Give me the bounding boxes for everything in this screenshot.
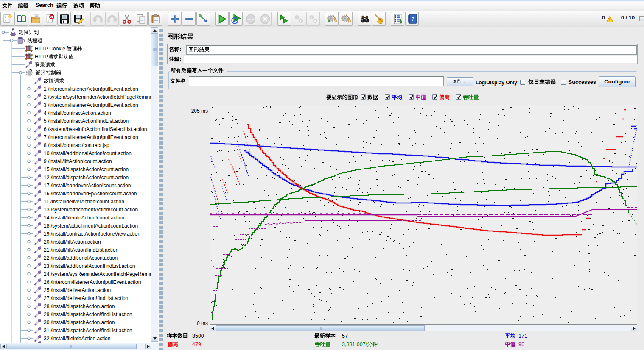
svg-text:15 /install/dispatchAction!cou: 15 /install/dispatchAction!count.action (44, 167, 129, 172)
svg-text:26 /intercom/listenerAction!pu: 26 /intercom/listenerAction!pullEvent.ac… (44, 279, 141, 285)
svg-text:7 /intercom/listenerAction!pul: 7 /intercom/listenerAction!pullEvent.act… (44, 134, 138, 140)
svg-text:18 /system/attachmentAction!co: 18 /system/attachmentAction!count.action (44, 223, 138, 229)
svg-text:STOP: STOP (247, 18, 254, 21)
svg-text:12 /install/dispatchAction!cou: 12 /install/dispatchAction!count.action (44, 175, 129, 181)
svg-text:28 /install/dispatchAction.act: 28 /install/dispatchAction.action (44, 303, 115, 309)
svg-text:HTTP: HTTP (35, 54, 48, 60)
svg-text:4 /install/contractAction.acti: 4 /install/contractAction.action (44, 110, 111, 116)
svg-text:27 /install/deliverAction!find: 27 /install/deliverAction!findList.actio… (44, 295, 128, 301)
svg-text:8 /install/contract/contract.j: 8 /install/contract/contract.jsp (44, 142, 109, 148)
svg-text:31 /install/dispatchAction!fin: 31 /install/dispatchAction!findList.acti… (44, 328, 132, 333)
svg-text:6 /system/baseinfoAction!findS: 6 /system/baseinfoAction!findSelectList.… (44, 126, 147, 132)
svg-text:5 /install/contractAction!find: 5 /install/contractAction!findList.actio… (44, 118, 129, 124)
svg-text:2 /system/sysReminderAction!fe: 2 /system/sysReminderAction!fetchPageRem… (44, 94, 151, 100)
svg-text:1 /intercom/listenerAction!pul: 1 /intercom/listenerAction!pullEvent.act… (44, 86, 138, 92)
svg-text:21 /install/liftAction!findLis: 21 /install/liftAction!findList.action (44, 247, 118, 253)
svg-text:20 /install/liftAction.action: 20 /install/liftAction.action (44, 239, 101, 245)
svg-text:9 /install/liftAction!count.ac: 9 /install/liftAction!count.action (44, 158, 112, 164)
svg-text:25 /install/deliverAction.acti: 25 /install/deliverAction.action (44, 287, 111, 293)
svg-text:HTTP Cookie: HTTP Cookie (35, 46, 65, 52)
svg-text:?: ? (411, 16, 414, 22)
svg-text:10 /install/additionalAction!c: 10 /install/additionalAction!count.actio… (44, 150, 132, 156)
svg-text:19 /install/contractAction!bef: 19 /install/contractAction!beforeView.ac… (44, 231, 140, 237)
svg-text:32 /install/fileinfoAction.act: 32 /install/fileinfoAction.action (44, 336, 110, 342)
svg-text:17 /install/handoverAction!cou: 17 /install/handoverAction!count.action (44, 183, 131, 189)
svg-text:24 /system/sysReminderAction!f: 24 /system/sysReminderAction!fetchPageRe… (44, 271, 151, 277)
svg-text:13 /system/attachmentAction!co: 13 /system/attachmentAction!count.action (44, 207, 138, 213)
svg-text:16 /install/handoverFpAction!c: 16 /install/handoverFpAction!count.actio… (44, 191, 137, 197)
svg-text:3 /intercom/listenerAction!pul: 3 /intercom/listenerAction!pullEvent.act… (44, 102, 138, 108)
svg-text:14 /install/fileinfoAction!cou: 14 /install/fileinfoAction!count.action (44, 215, 124, 221)
svg-text:29 /install/dispatchAction!fin: 29 /install/dispatchAction!findList.acti… (44, 311, 132, 317)
svg-text:30 /install/dispatchAction.act: 30 /install/dispatchAction.action (44, 319, 115, 325)
svg-text:22 /install/additionalAction.a: 22 /install/additionalAction.action (44, 255, 118, 261)
svg-text:23 /install/additionalAction!f: 23 /install/additionalAction!findList.ac… (44, 263, 135, 269)
svg-text:11 /install/deliverAction!coun: 11 /install/deliverAction!count.action (44, 199, 124, 205)
